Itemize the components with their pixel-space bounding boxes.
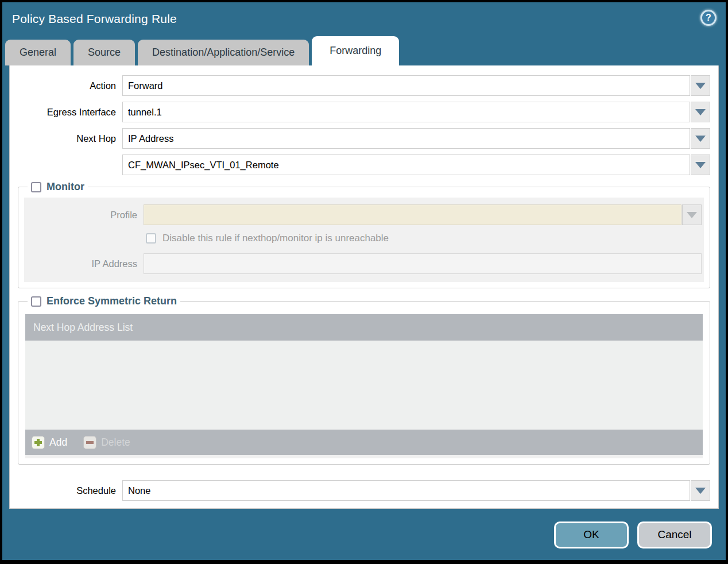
egress-interface-row: Egress Interface tunnel.1 (10, 102, 710, 122)
next-hop-address-list-body[interactable] (25, 341, 703, 430)
chevron-down-icon (695, 488, 706, 494)
schedule-row: Schedule None (10, 480, 710, 501)
help-icon[interactable]: ? (700, 10, 717, 26)
next-hop-address-row: CF_MWAN_IPsec_VTI_01_Remote (10, 154, 710, 175)
next-hop-address-list-header: Next Hop Address List (25, 314, 703, 341)
monitor-ip-address-label: IP Address (24, 258, 144, 269)
disable-rule-checkbox (146, 233, 156, 244)
schedule-dropdown-button[interactable] (691, 480, 710, 501)
action-dropdown-button[interactable] (691, 75, 710, 96)
next-hop-address-dropdown-button[interactable] (691, 154, 710, 175)
enforce-symmetric-return-checkbox[interactable] (31, 296, 41, 307)
tab-destination-application-service[interactable]: Destination/Application/Service (138, 40, 309, 65)
table-bottom-strip (25, 455, 703, 458)
add-button-label: Add (49, 436, 67, 449)
monitor-profile-dropdown-button (682, 204, 702, 225)
next-hop-type-row: Next Hop IP Address (10, 128, 710, 149)
monitor-ip-address-row: IP Address (24, 253, 702, 274)
next-hop-address-list-toolbar: Add Delete (25, 430, 703, 455)
chevron-down-icon (695, 136, 706, 142)
chevron-down-icon (695, 109, 706, 115)
delete-button-label: Delete (101, 436, 130, 449)
chevron-down-icon (695, 162, 706, 168)
monitor-panel: Profile Disable this rule if nexthop/mon… (24, 198, 704, 282)
add-button[interactable]: Add (32, 436, 67, 449)
action-select[interactable]: Forward (122, 75, 690, 96)
enforce-symmetric-return-legend: Enforce Symmetric Return (28, 295, 180, 307)
minus-icon (83, 436, 96, 449)
disable-rule-label: Disable this rule if nexthop/monitor ip … (162, 233, 389, 244)
monitor-checkbox[interactable] (31, 182, 41, 192)
egress-interface-dropdown-button[interactable] (691, 102, 710, 122)
monitor-disable-rule-row: Disable this rule if nexthop/monitor ip … (146, 230, 702, 246)
monitor-profile-select (144, 204, 681, 225)
tab-source[interactable]: Source (73, 40, 135, 65)
next-hop-address-input[interactable]: CF_MWAN_IPsec_VTI_01_Remote (122, 154, 690, 175)
monitor-profile-row: Profile (24, 204, 702, 225)
monitor-profile-label: Profile (24, 210, 144, 221)
ok-button[interactable]: OK (554, 521, 629, 548)
next-hop-address-table: Next Hop Address List Add Delete (25, 314, 703, 455)
enforce-symmetric-return-section: Enforce Symmetric Return Next Hop Addres… (18, 295, 710, 465)
action-row: Action Forward (10, 75, 710, 96)
tab-forwarding[interactable]: Forwarding (312, 36, 399, 65)
next-hop-type-select[interactable]: IP Address (122, 128, 690, 149)
monitor-legend-label: Monitor (47, 181, 84, 193)
chevron-down-icon (687, 212, 697, 218)
next-hop-type-dropdown-button[interactable] (691, 128, 710, 149)
plus-icon (32, 436, 45, 449)
monitor-section: Monitor Profile Disable this rule if nex… (18, 181, 710, 288)
tab-general[interactable]: General (5, 40, 71, 65)
dialog-title: Policy Based Forwarding Rule (12, 12, 177, 26)
monitor-ip-address-input (144, 253, 702, 274)
egress-interface-select[interactable]: tunnel.1 (122, 102, 690, 122)
dialog-titlebar: Policy Based Forwarding Rule ? (2, 2, 726, 36)
action-label: Action (10, 80, 122, 91)
next-hop-label: Next Hop (10, 133, 122, 144)
schedule-select[interactable]: None (122, 480, 690, 501)
enforce-symmetric-return-legend-label: Enforce Symmetric Return (47, 295, 177, 307)
dialog-footer: OK Cancel (2, 509, 726, 561)
delete-button: Delete (83, 436, 130, 449)
forwarding-tab-panel: Action Forward Egress Interface tunnel.1… (9, 65, 719, 509)
egress-interface-label: Egress Interface (10, 107, 122, 118)
policy-based-forwarding-rule-dialog: Policy Based Forwarding Rule ? General S… (0, 0, 728, 564)
monitor-legend: Monitor (28, 181, 88, 193)
chevron-down-icon (695, 83, 706, 89)
schedule-label: Schedule (10, 485, 122, 496)
tab-bar: General Source Destination/Application/S… (2, 36, 726, 65)
cancel-button[interactable]: Cancel (637, 521, 712, 548)
